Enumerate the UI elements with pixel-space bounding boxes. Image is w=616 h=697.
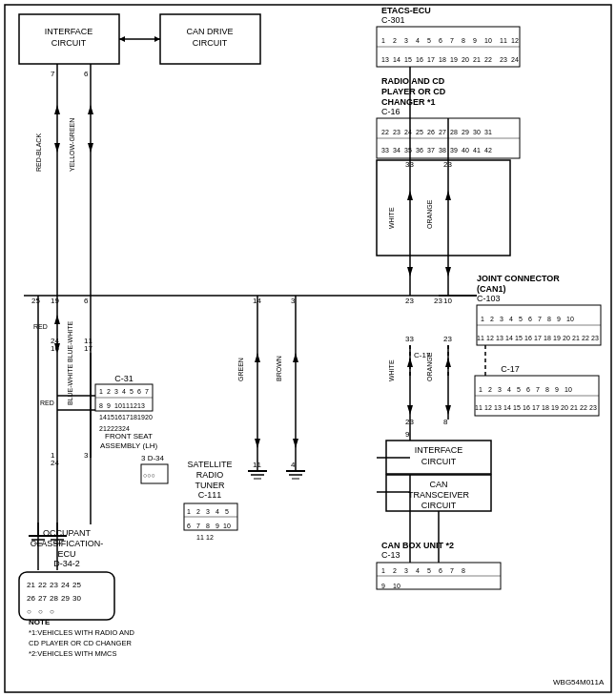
svg-text:11: 11 [196,534,204,541]
wiring-diagram: INTERFACE CIRCUIT CAN DRIVE CIRCUIT ETAC… [0,0,616,697]
svg-text:PLAYER OR CD: PLAYER OR CD [381,87,446,96]
svg-text:2: 2 [393,567,397,574]
svg-text:TUNER: TUNER [195,481,225,490]
svg-text:10: 10 [114,402,122,409]
svg-text:WHITE: WHITE [388,359,395,381]
svg-text:22: 22 [107,425,114,432]
svg-text:2: 2 [490,316,494,322]
svg-text:19: 19 [137,414,145,420]
svg-marker-223 [54,315,60,324]
svg-text:2: 2 [107,388,111,395]
svg-text:25: 25 [31,297,40,305]
svg-text:WBG54M011A: WBG54M011A [553,678,605,687]
svg-text:9: 9 [107,402,111,409]
svg-text:12: 12 [486,335,494,341]
svg-text:16: 16 [51,344,59,353]
svg-text:BLUE-WHITE: BLUE-WHITE [67,321,73,363]
svg-text:18: 18 [544,335,551,341]
svg-marker-264 [445,405,451,415]
svg-text:1: 1 [481,316,484,322]
svg-text:○: ○ [38,607,43,616]
svg-text:11: 11 [475,404,483,411]
svg-text:25: 25 [72,581,81,589]
svg-text:24: 24 [61,581,70,589]
svg-text:5: 5 [130,388,133,395]
svg-text:8: 8 [206,523,210,529]
svg-text:○: ○ [27,607,31,616]
svg-marker-244 [407,267,413,277]
svg-text:○○○: ○○○ [143,472,155,479]
svg-text:ORANGE: ORANGE [426,199,433,229]
svg-text:10: 10 [223,523,231,529]
svg-text:23: 23 [443,335,452,343]
svg-marker-250 [445,267,451,277]
svg-text:14: 14 [99,414,107,420]
svg-text:27: 27 [38,594,47,603]
svg-text:3: 3 [114,388,118,395]
svg-text:2: 2 [393,37,397,44]
svg-text:ETACS-ECU: ETACS-ECU [381,6,431,15]
svg-text:JOINT CONNECTOR: JOINT CONNECTOR [477,274,560,283]
svg-text:16: 16 [524,335,532,341]
svg-text:26: 26 [427,129,435,135]
svg-text:15: 15 [404,56,412,63]
svg-text:6: 6 [187,523,191,529]
svg-text:15: 15 [107,414,114,420]
svg-marker-239 [293,439,298,448]
svg-marker-249 [445,191,451,200]
svg-text:CAN: CAN [429,480,447,489]
svg-text:C-17: C-17 [501,364,520,374]
svg-text:30: 30 [72,594,81,603]
svg-text:23: 23 [50,581,58,589]
svg-text:23: 23 [443,160,452,169]
svg-text:9: 9 [557,316,561,322]
svg-text:3 D-34: 3 D-34 [141,454,165,462]
svg-marker-216 [88,105,93,114]
svg-text:11: 11 [122,402,130,409]
svg-text:8: 8 [462,37,465,44]
svg-text:41: 41 [473,147,481,154]
svg-text:2: 2 [488,386,492,393]
svg-text:14: 14 [253,297,261,305]
svg-text:22: 22 [582,335,589,341]
svg-text:23: 23 [500,56,507,63]
svg-text:1: 1 [187,508,191,515]
svg-text:1: 1 [99,388,103,395]
svg-text:ECU: ECU [57,549,75,559]
svg-text:22: 22 [580,404,587,411]
svg-text:1: 1 [381,567,385,574]
svg-text:ASSEMBLY (LH): ASSEMBLY (LH) [100,441,158,450]
svg-text:42: 42 [484,147,492,154]
svg-text:5: 5 [519,316,523,322]
svg-text:24: 24 [51,459,59,467]
svg-text:23: 23 [405,297,414,305]
svg-text:CIRCUIT: CIRCUIT [193,38,228,48]
svg-text:3: 3 [498,386,502,393]
svg-text:9: 9 [216,523,219,529]
svg-text:7: 7 [145,388,149,395]
svg-marker-232 [255,353,260,362]
svg-text:○: ○ [50,607,54,616]
svg-text:20: 20 [563,335,570,341]
svg-text:4: 4 [416,37,420,44]
svg-text:21: 21 [570,404,578,411]
svg-text:NOTE: NOTE [29,618,51,626]
svg-text:16: 16 [416,56,423,63]
svg-text:C-31: C-31 [114,374,133,383]
svg-text:3: 3 [84,451,89,460]
svg-text:SATELLITE: SATELLITE [188,460,233,469]
diagram-svg: INTERFACE CIRCUIT CAN DRIVE CIRCUIT ETAC… [0,0,616,697]
svg-text:CAN DRIVE: CAN DRIVE [186,27,233,36]
svg-text:C-16: C-16 [381,107,400,116]
svg-text:4: 4 [416,567,420,574]
svg-text:(CAN1): (CAN1) [477,284,506,294]
svg-text:YELLOW-GREEN: YELLOW-GREEN [69,118,75,172]
svg-text:1: 1 [381,37,385,44]
svg-text:9: 9 [473,37,477,44]
svg-text:8: 8 [462,567,465,574]
svg-text:13: 13 [496,335,503,341]
svg-text:5: 5 [225,508,229,515]
svg-text:17: 17 [427,56,435,63]
svg-text:16: 16 [523,404,530,411]
svg-marker-256 [407,405,413,415]
